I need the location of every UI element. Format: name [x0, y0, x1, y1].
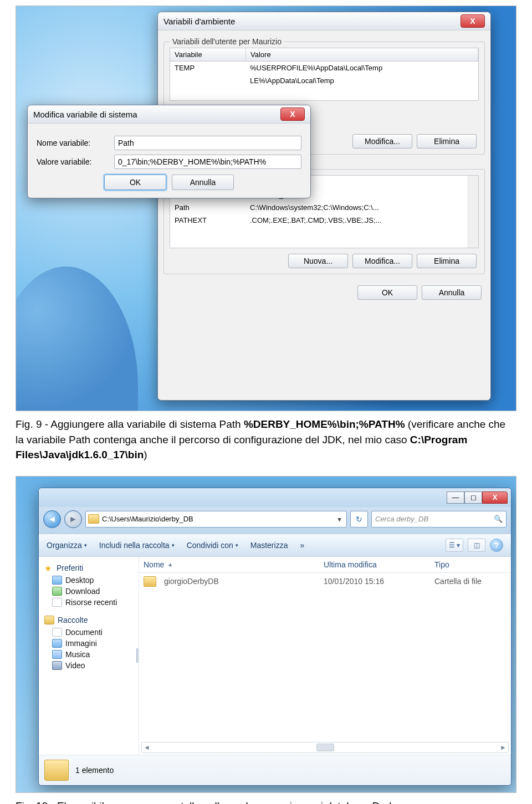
folder-icon [44, 760, 69, 781]
nav-download[interactable]: Download [44, 586, 136, 597]
env-vars-title: Variabili d'ambiente [163, 17, 461, 26]
star-icon: ★ [44, 564, 53, 572]
nav-libraries[interactable]: Raccolte [44, 616, 136, 624]
overflow-menu[interactable]: » [300, 541, 304, 550]
nav-images[interactable]: Immagini [44, 638, 136, 649]
help-icon[interactable]: ? [490, 539, 503, 552]
env-vars-screenshot: Variabili d'ambiente X Variabili dell'ut… [16, 6, 516, 411]
scrollbar[interactable] [468, 176, 478, 248]
address-text: C:\Users\Maurizio\derby_DB [102, 515, 334, 523]
delete-button[interactable]: Elimina [417, 254, 477, 268]
window-chrome: — ◻ X [39, 488, 511, 507]
edit-var-title: Modifica variabile di sistema [33, 110, 280, 119]
delete-button[interactable]: Elimina [417, 134, 477, 148]
col-name[interactable]: Nome ▲ [144, 560, 324, 569]
ok-button[interactable]: OK [357, 285, 417, 300]
list-item[interactable]: giorgioDerbyDB 10/01/2010 15:16 Cartella… [139, 573, 511, 590]
var-value-input[interactable] [114, 155, 301, 169]
recent-icon [52, 598, 62, 607]
nav-recent[interactable]: Risorse recenti [44, 597, 136, 608]
table-row[interactable]: LE%\AppData\Local\Temp [170, 74, 478, 87]
nav-pane: ★Preferiti Desktop Download Risorse rece… [39, 557, 139, 755]
table-row[interactable]: Path C:\Windows\system32;C:\Windows;C:\.… [170, 201, 478, 214]
edit-button[interactable]: Modifica... [352, 134, 412, 148]
back-button[interactable]: ◄ [43, 510, 61, 528]
col-type[interactable]: Tipo [434, 560, 507, 569]
documents-icon [52, 628, 62, 637]
nav-desktop[interactable]: Desktop [44, 575, 136, 586]
organize-menu[interactable]: Organizza ▾ [47, 541, 87, 550]
env-vars-window: Variabili d'ambiente X Variabili dell'ut… [157, 12, 491, 401]
nav-row: ◄ ► C:\Users\Maurizio\derby_DB ▾ ↻ Cerca… [39, 507, 511, 534]
nav-music[interactable]: Musica [44, 649, 136, 660]
pane-splitter[interactable] [136, 557, 139, 755]
forward-button[interactable]: ► [64, 510, 82, 528]
chevron-down-icon[interactable]: ▾ [334, 515, 344, 524]
minimize-icon[interactable]: — [447, 491, 464, 504]
status-bar: 1 elemento [39, 755, 511, 785]
burn-button[interactable]: Masterizza [250, 541, 288, 550]
edit-var-window: Modifica variabile di sistema X Nome var… [27, 105, 311, 198]
explorer-toolbar: Organizza ▾ Includi nella raccolta ▾ Con… [39, 534, 511, 557]
video-icon [52, 661, 62, 670]
nav-favorites[interactable]: ★Preferiti [44, 564, 136, 572]
new-button[interactable]: Nuova... [288, 254, 348, 268]
search-input[interactable]: Cerca derby_DB 🔍 [371, 511, 507, 528]
env-vars-titlebar: Variabili d'ambiente X [158, 12, 490, 30]
refresh-button[interactable]: ↻ [350, 511, 368, 528]
preview-pane-button[interactable]: ◫ [468, 539, 485, 552]
figure-9-caption: Fig. 9 - Aggiungere alla variabile di si… [16, 417, 516, 463]
status-text: 1 elemento [75, 766, 114, 775]
cancel-button[interactable]: Annulla [172, 175, 234, 190]
include-menu[interactable]: Includi nella raccolta ▾ [99, 541, 175, 550]
maximize-icon[interactable]: ◻ [464, 491, 482, 504]
user-table: TEMP %USERPROFILE%\AppData\Local\Temp LE… [170, 62, 479, 101]
address-bar[interactable]: C:\Users\Maurizio\derby_DB ▾ [85, 511, 347, 528]
edit-button[interactable]: Modifica... [352, 254, 412, 268]
folder-icon [88, 514, 99, 524]
nav-documents[interactable]: Documenti [44, 627, 136, 638]
var-name-input[interactable] [114, 136, 301, 150]
figure-10-caption: Fig. 10 - E' possibile creare una cartel… [16, 798, 516, 804]
close-icon[interactable]: X [280, 107, 305, 121]
cancel-button[interactable]: Annulla [422, 285, 482, 300]
h-scrollbar[interactable]: ◄► [141, 742, 509, 753]
explorer-screenshot: — ◻ X ◄ ► C:\Users\Maurizio\derby_DB ▾ ↻… [16, 476, 516, 793]
close-icon[interactable]: X [482, 491, 508, 504]
file-header: Nome ▲ Ultima modifica Tipo [139, 557, 511, 573]
table-row[interactable]: PATHEXT .COM;.EXE;.BAT;.CMD;.VBS;.VBE;.J… [170, 214, 478, 227]
search-icon: 🔍 [494, 515, 503, 523]
images-icon [52, 639, 62, 648]
folder-icon [144, 576, 156, 587]
col-date[interactable]: Ultima modifica [324, 560, 434, 569]
nav-video[interactable]: Video [44, 660, 136, 671]
file-list: Nome ▲ Ultima modifica Tipo giorgioDerby… [139, 557, 511, 755]
user-table-header: Variabile Valore [170, 48, 479, 62]
table-row[interactable]: TEMP %USERPROFILE%\AppData\Local\Temp [170, 62, 478, 74]
ok-button[interactable]: OK [104, 175, 166, 190]
col-val: Valore [246, 48, 478, 61]
var-value-label: Valore variabile: [37, 157, 114, 166]
desktop-icon [52, 576, 62, 585]
view-mode-button[interactable]: ☰ ▾ [446, 539, 463, 552]
col-var: Variabile [170, 48, 246, 61]
music-icon [52, 650, 62, 659]
download-icon [52, 587, 62, 596]
explorer-window: — ◻ X ◄ ► C:\Users\Maurizio\derby_DB ▾ ↻… [38, 488, 511, 786]
share-menu[interactable]: Condividi con ▾ [187, 541, 238, 550]
edit-var-titlebar: Modifica variabile di sistema X [28, 105, 310, 124]
search-placeholder: Cerca derby_DB [375, 515, 428, 523]
user-group-title: Variabili dell'utente per Maurizio [170, 37, 284, 46]
libraries-icon [44, 616, 54, 624]
var-name-label: Nome variabile: [37, 139, 114, 147]
close-icon[interactable]: X [461, 14, 485, 28]
